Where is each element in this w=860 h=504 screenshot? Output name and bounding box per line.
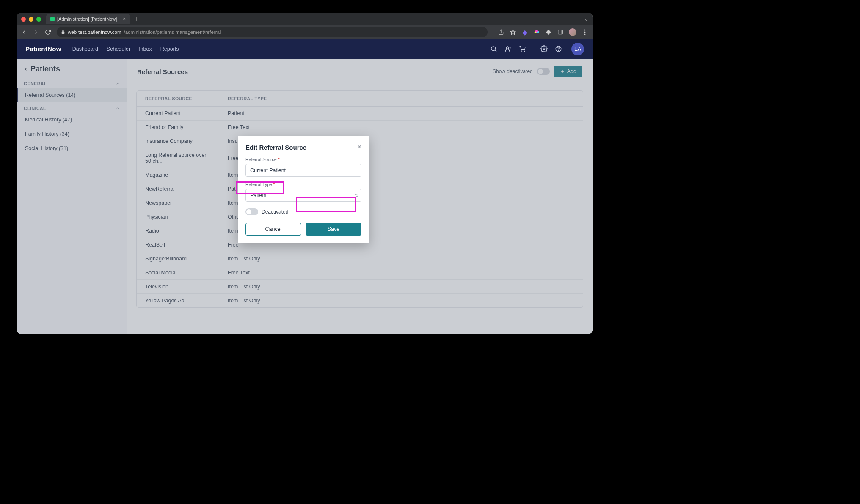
toggle-knob [246, 209, 251, 214]
tab-title: [Administration] [PatientNow] [57, 16, 117, 22]
brand-logo[interactable]: PatientNow [25, 45, 61, 52]
deactivated-row: Deactivated [245, 207, 361, 217]
extension-icon[interactable]: ◆ [521, 29, 528, 36]
tab-close-icon[interactable]: × [123, 16, 126, 22]
svg-line-11 [495, 50, 496, 52]
nav-reports[interactable]: Reports [160, 46, 179, 52]
modal-close-icon[interactable]: × [358, 143, 361, 151]
close-window-icon[interactable] [21, 17, 26, 22]
maximize-window-icon[interactable] [36, 17, 41, 22]
top-nav: Dashboard Scheduler Inbox Reports [72, 46, 179, 52]
svg-point-10 [491, 47, 495, 51]
referral-type-select[interactable] [245, 189, 361, 202]
profile-avatar-icon[interactable] [569, 28, 576, 36]
tab-menu-icon[interactable]: ⌄ [584, 16, 588, 22]
nav-inbox[interactable]: Inbox [139, 46, 152, 52]
gear-icon[interactable] [540, 45, 548, 53]
extensions-icon[interactable] [545, 29, 552, 36]
svg-point-12 [506, 47, 509, 49]
referral-type-label: Referral Type * [245, 182, 361, 187]
svg-point-4 [535, 30, 538, 33]
referral-source-input[interactable] [245, 164, 361, 177]
reload-icon[interactable] [45, 29, 51, 35]
app-root: PatientNow Dashboard Scheduler Inbox Rep… [17, 39, 593, 334]
extension-color-icon[interactable] [533, 29, 540, 36]
nav-dashboard[interactable]: Dashboard [72, 46, 98, 52]
browser-window: [Administration] [PatientNow] × + ⌄ web-… [17, 13, 593, 334]
add-user-icon[interactable] [504, 45, 512, 53]
svg-point-17 [543, 48, 545, 49]
header-actions: EA [490, 43, 584, 55]
search-icon[interactable] [490, 45, 497, 53]
modal-title: Edit Referral Source [245, 144, 306, 151]
help-icon[interactable] [554, 45, 562, 53]
browser-action-icons: ◆ [498, 28, 588, 36]
nav-scheduler[interactable]: Scheduler [107, 46, 130, 52]
svg-point-19 [558, 50, 558, 50]
cancel-button[interactable]: Cancel [245, 223, 301, 236]
new-tab-icon[interactable]: + [134, 15, 138, 23]
app-body: Patients GENERAL Referral Sources (14) C… [17, 59, 593, 334]
share-icon[interactable] [498, 29, 504, 36]
referral-source-label: Referral Source * [245, 157, 361, 162]
browser-tab[interactable]: [Administration] [PatientNow] × [46, 14, 130, 24]
url-host: web-test.patientnow.com [68, 30, 121, 35]
app-header: PatientNow Dashboard Scheduler Inbox Rep… [17, 39, 593, 59]
svg-point-9 [584, 34, 586, 35]
back-icon[interactable] [21, 29, 27, 35]
address-bar: web-test.patientnow.com/administration/p… [17, 25, 593, 39]
user-avatar[interactable]: EA [571, 43, 584, 55]
cart-icon[interactable] [518, 45, 526, 53]
forward-icon[interactable] [33, 29, 39, 35]
save-button[interactable]: Save [306, 223, 361, 236]
deactivated-toggle[interactable] [245, 208, 258, 215]
panel-icon[interactable] [557, 29, 564, 36]
svg-point-8 [584, 32, 586, 33]
url-path: /administration/patients-management/refe… [124, 30, 221, 35]
svg-point-15 [521, 51, 522, 52]
lock-icon [61, 30, 65, 34]
tab-bar: [Administration] [PatientNow] × + ⌄ [17, 13, 593, 25]
star-icon[interactable] [510, 29, 516, 36]
modal-overlay[interactable]: Edit Referral Source × Referral Source *… [17, 59, 593, 334]
svg-point-7 [584, 30, 586, 31]
kebab-icon[interactable] [582, 29, 588, 36]
svg-rect-5 [558, 30, 563, 34]
favicon-icon [50, 17, 55, 21]
svg-point-16 [524, 51, 524, 52]
svg-marker-1 [510, 30, 515, 35]
edit-referral-modal: Edit Referral Source × Referral Source *… [238, 136, 369, 243]
url-input[interactable]: web-test.patientnow.com/administration/p… [57, 27, 488, 37]
window-controls [21, 17, 41, 22]
deactivated-label: Deactivated [262, 209, 288, 215]
minimize-window-icon[interactable] [29, 17, 33, 22]
